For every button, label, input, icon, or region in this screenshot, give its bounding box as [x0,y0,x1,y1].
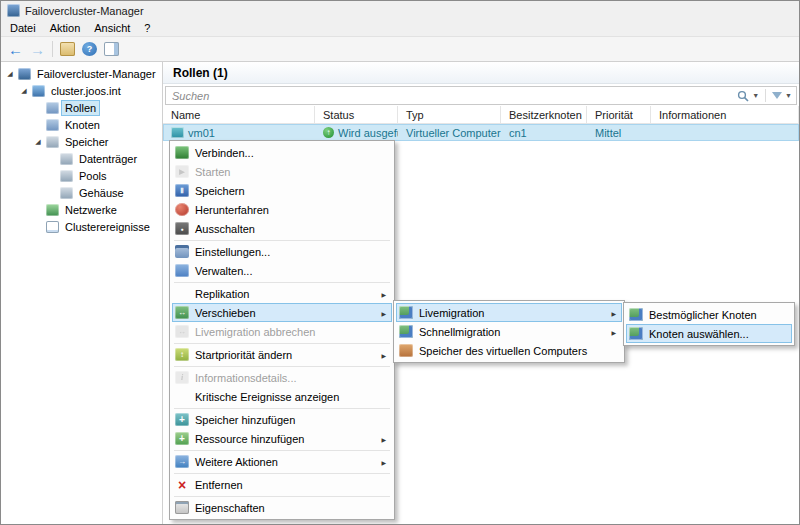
priority-icon [175,348,189,361]
column-header-prioritaet[interactable]: Priorität [587,106,651,123]
column-header-informationen[interactable]: Informationen [651,106,799,123]
menu-separator [174,473,390,474]
menu-separator [174,282,390,283]
filter-icon[interactable] [772,92,782,99]
cell-name: vm01 [163,127,315,139]
column-header-name[interactable]: Name [163,106,315,123]
tree-item-pools[interactable]: Pools [1,167,162,184]
menu-item-knoten-auswaehlen[interactable]: Knoten auswählen... [626,324,792,343]
tree-item-rollen[interactable]: Rollen [1,99,162,116]
more-actions-icon [175,455,189,468]
menu-item-startprioritaet-aendern[interactable]: Startpriorität ändern [172,345,392,364]
storage-icon [46,136,59,148]
icon-spacer [175,287,189,300]
menu-item-livemigration[interactable]: Livemigration [396,303,622,322]
move-icon [175,306,189,319]
help-icon[interactable]: ? [82,42,97,56]
expander-icon[interactable] [19,87,29,95]
menu-item-informationsdetails: Informationsdetails... [172,368,392,387]
menu-separator [174,240,390,241]
toolbar-separator [52,41,53,57]
events-icon [46,221,59,233]
menu-item-eigenschaften[interactable]: Eigenschaften [172,498,392,517]
menu-item-herunterfahren[interactable]: Herunterfahren [172,200,392,219]
menu-item-speicher-hinzufuegen[interactable]: Speicher hinzufügen [172,410,392,429]
cancel-migration-icon [175,325,189,338]
menu-item-verbinden[interactable]: Verbinden... [172,143,392,162]
cell-besitzerknoten: cn1 [501,127,587,139]
filter-dropdown-icon[interactable]: ▼ [785,92,792,99]
menu-separator [174,408,390,409]
start-icon [175,165,189,178]
menu-item-ressource-hinzufuegen[interactable]: Ressource hinzufügen [172,429,392,448]
cluster-manager-icon [18,68,31,80]
menu-item-bestmoeglicher-knoten[interactable]: Bestmöglicher Knoten [626,305,792,324]
tree-item-speicher[interactable]: Speicher [1,133,162,150]
app-icon [7,4,20,17]
forward-button[interactable]: → [30,42,45,57]
search-input[interactable] [172,90,737,102]
pane-header: Rollen (1) [163,62,799,84]
disks-icon [60,153,73,165]
vm-storage-icon [399,344,413,357]
expander-icon[interactable] [5,70,15,78]
window-body: Failovercluster-Manager cluster.joos.int… [1,62,799,525]
menu-item-verschieben[interactable]: Verschieben [172,303,392,322]
menu-ansicht[interactable]: Ansicht [87,21,137,35]
menu-item-ausschalten[interactable]: Ausschalten [172,219,392,238]
window-title: Failovercluster-Manager [25,5,144,17]
shutdown-icon [175,203,189,216]
search-bar: ▼ ▼ [165,86,797,105]
column-header-typ[interactable]: Typ [398,106,501,123]
show-console-tree-icon[interactable] [60,42,75,56]
back-button[interactable]: ← [8,42,23,57]
cell-typ: Virtueller Computer [398,127,501,139]
menu-separator [174,343,390,344]
tree-item-cluster[interactable]: cluster.joos.int [1,82,162,99]
settings-icon [175,245,189,258]
menu-item-weitere-aktionen[interactable]: Weitere Aktionen [172,452,392,471]
titlebar: Failovercluster-Manager [1,1,799,20]
menu-item-speichern[interactable]: Speichern [172,181,392,200]
menu-item-kritische-ereignisse[interactable]: Kritische Ereignisse anzeigen [172,387,392,406]
properties-icon [175,501,189,514]
menu-item-einstellungen[interactable]: Einstellungen... [172,242,392,261]
expander-icon[interactable] [33,138,43,146]
column-header-status[interactable]: Status [315,106,398,123]
tree-item-clusterereignisse[interactable]: Clusterereignisse [1,218,162,235]
add-resource-icon [175,432,189,445]
submenu-livemigration: Bestmöglicher Knoten Knoten auswählen... [623,302,795,346]
pools-icon [60,170,73,182]
menu-item-vm-speicher[interactable]: Speicher des virtuellen Computers [396,341,622,360]
tree-item-gehaeuse[interactable]: Gehäuse [1,184,162,201]
search-separator [765,89,766,102]
tree-item-failovercluster-manager[interactable]: Failovercluster-Manager [1,65,162,82]
cluster-icon [32,85,45,97]
menu-item-schnellmigration[interactable]: Schnellmigration [396,322,622,341]
power-off-icon [175,222,189,235]
menu-item-verwalten[interactable]: Verwalten... [172,261,392,280]
virtual-machine-icon [171,127,184,138]
cell-status: Wird ausgeführt [315,127,398,139]
table-row-vm01[interactable]: vm01 Wird ausgeführt Virtueller Computer… [163,124,799,141]
manage-icon [175,264,189,277]
menu-datei[interactable]: Datei [3,21,43,35]
search-controls: ▼ ▼ [737,89,792,102]
search-dropdown-icon[interactable]: ▼ [752,92,759,99]
search-icon[interactable] [737,90,749,102]
menubar: Datei Aktion Ansicht ? [1,20,799,37]
actions-pane-icon[interactable] [104,42,119,56]
menu-item-entfernen[interactable]: Entfernen [172,475,392,494]
tree-item-netzwerke[interactable]: Netzwerke [1,201,162,218]
tree-item-knoten[interactable]: Knoten [1,116,162,133]
column-header-besitzerknoten[interactable]: Besitzerknoten [501,106,587,123]
toolbar: ← → ? [1,37,799,62]
remove-icon [175,478,189,491]
connect-icon [175,146,189,159]
tree-item-datentraeger[interactable]: Datenträger [1,150,162,167]
menu-aktion[interactable]: Aktion [43,21,88,35]
menu-hilfe[interactable]: ? [137,21,157,35]
menu-item-replikation[interactable]: Replikation [172,284,392,303]
pane-title: Rollen (1) [173,66,228,80]
quick-migration-icon [399,325,413,338]
